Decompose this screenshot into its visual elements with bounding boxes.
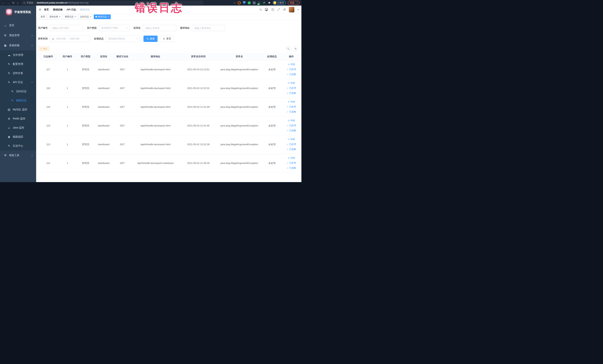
detail-link[interactable]: ⊙ 详细 [284, 118, 299, 123]
menu-item-icon: ✎ [11, 90, 14, 93]
app-logo[interactable]: 芋道管理系统 [0, 6, 36, 19]
check-icon: ✓ [287, 128, 289, 133]
breadcrumb-label[interactable]: 基础设施 [53, 8, 62, 11]
reset-button[interactable]: ↻ 重置 [160, 35, 174, 42]
mark-processed-link[interactable]: ✓ 已处理 [284, 67, 299, 72]
browser-profile-badge[interactable]: 已暂停 [273, 1, 286, 5]
process-status-select[interactable]: 请选择处理状态 ∨ [106, 35, 140, 42]
tag-close-icon[interactable]: × [90, 16, 91, 18]
sidebar-item[interactable]: ☕ Java 监控 [0, 123, 36, 132]
sidebar-item[interactable]: ▤ MySQL 监控 [0, 105, 36, 114]
extension-orange-ring-icon[interactable] [238, 1, 241, 4]
breadcrumb-item[interactable]: 首页 / [44, 8, 53, 11]
mark-processed-link[interactable]: ✓ 已处理 [284, 86, 299, 91]
tag-close-icon[interactable]: × [74, 16, 76, 18]
not-secure-label[interactable]: 不安全 [27, 1, 33, 4]
column-header-label: 用户编号 [62, 55, 72, 58]
user-id-input[interactable] [50, 25, 83, 31]
tag-tab[interactable]: 首页 [39, 14, 47, 19]
sidebar-item[interactable]: ☁ 文件管理 [0, 50, 36, 59]
mark-processed-link[interactable]: ✓ 已处理 [284, 104, 299, 109]
cell-exception-name: java.lang.IllegalArgumentException [218, 97, 261, 116]
extension-grid-icon[interactable] [253, 1, 256, 4]
sidebar-item[interactable]: ✎ API 日志 ∧ [0, 78, 36, 87]
browser-home-icon[interactable]: ⌂ [17, 1, 19, 4]
date-range-picker[interactable]: ▦ 开始日期 - 结束日期 [50, 35, 90, 42]
search-button[interactable]: 搜索 [143, 35, 158, 42]
detail-link[interactable]: ⊙ 详细 [284, 137, 299, 142]
detail-link[interactable]: ⊙ 详细 [284, 99, 299, 104]
app-name-input[interactable] [143, 25, 176, 31]
menu-item-icon: ▤ [7, 108, 11, 111]
fullscreen-icon[interactable]: ⤢ [277, 8, 280, 11]
tag-tab[interactable]: 错误日志 × [94, 14, 111, 19]
sidebar-item[interactable]: ◉ 链路追踪 [0, 132, 36, 141]
extension-blue-gem-icon[interactable] [243, 1, 246, 4]
user-type-select[interactable]: 请选择用户类型 ∨ [99, 25, 130, 31]
export-button[interactable]: ↧ 导出 [38, 46, 49, 51]
mark-ignored-link[interactable]: ✓ 已忽略 [284, 147, 299, 152]
sidebar-item[interactable]: ✎ 错误日志 [0, 96, 36, 105]
sidebar-item[interactable]: ▣ 基础设施 ∧ [0, 40, 36, 50]
mark-ignored-link[interactable]: ✓ 已忽略 [284, 72, 299, 77]
sidebar-toggle-icon[interactable]: ≡ [39, 7, 41, 12]
sidebar-item[interactable]: ✎ 日志中心 [0, 141, 36, 150]
browser-menu-kebab-icon[interactable]: ⋮ [296, 1, 298, 4]
mark-processed-link[interactable]: ✓ 已处理 [284, 142, 299, 147]
mark-processed-link[interactable]: ✓ 已处理 [284, 161, 299, 165]
github-icon[interactable] [265, 8, 268, 11]
sidebar-item[interactable]: ⚙ 系统管理 ∨ [0, 30, 36, 40]
detail-link[interactable]: ⊙ 详细 [284, 81, 299, 86]
toggle-search-button[interactable] [285, 46, 291, 52]
extension-leaf-icon[interactable] [263, 1, 266, 4]
mark-processed-link[interactable]: ✓ 已处理 [284, 123, 299, 128]
search-icon[interactable] [259, 9, 262, 11]
address-bar[interactable]: ⚠ 不安全 | dashboard.yudao.iocoder.cn/infra… [21, 1, 204, 5]
bookmark-star-icon[interactable]: ☆ [233, 1, 236, 4]
sidebar-item[interactable]: ✎ 配置管理 [0, 59, 36, 69]
breadcrumb-separator: / [78, 8, 78, 11]
breadcrumb-item[interactable]: API 日志 / [67, 8, 80, 11]
extension-paw-icon[interactable]: ✱ [268, 1, 271, 4]
extension-on-badge-icon[interactable]: on [258, 1, 261, 4]
logo-rabbit-avatar [6, 9, 12, 15]
mark-ignored-link[interactable]: ✓ 已忽略 [284, 128, 299, 133]
help-icon[interactable]: ? [271, 8, 274, 11]
breadcrumb-label[interactable]: API 日志 [67, 8, 76, 11]
tag-tab[interactable]: 调度日志 × [63, 14, 78, 19]
sidebar-item[interactable]: ↻ 定时任务 [0, 69, 36, 78]
browser-update-button[interactable]: 更新 ⋮ [288, 1, 300, 5]
profile-badge-label: 已暂停 [277, 1, 284, 4]
search-icon [287, 48, 289, 50]
sidebar-item[interactable]: ≣ Redis 监控 [0, 114, 36, 123]
browser-forward-icon[interactable]: → [7, 1, 10, 4]
breadcrumb-label[interactable]: 首页 [44, 8, 49, 11]
cell-request-url: /api/infra/db-doc/export-html [132, 97, 179, 116]
refresh-table-button[interactable]: ↻ [293, 46, 299, 52]
mark-ignored-link[interactable]: ✓ 已忽略 [284, 165, 299, 171]
browser-reload-icon[interactable]: ↻ [12, 1, 15, 4]
request-url-input[interactable] [192, 25, 225, 31]
sidebar-item[interactable]: ⌂ 首页 [0, 20, 36, 30]
breadcrumb-item[interactable]: 基础设施 / [53, 8, 67, 11]
detail-link[interactable]: ⊙ 详细 [284, 156, 299, 161]
extension-green-check-icon[interactable]: ✓ [248, 1, 251, 4]
breadcrumb-item[interactable]: 错误日志 / [80, 8, 90, 11]
font-size-icon[interactable]: TT [283, 8, 286, 11]
tag-close-icon[interactable]: × [108, 16, 109, 18]
avatar-caret-icon[interactable]: ▾ [298, 8, 299, 11]
app-frame: 芋道管理系统 ⌂ 首页 ⚙ 系统管理 ∨ ▣ 基础设施 ∧ [0, 6, 302, 182]
sidebar-item[interactable]: ⚒ 研发工具 ∨ [0, 150, 36, 160]
mark-ignored-link[interactable]: ✓ 已忽略 [284, 109, 299, 114]
tag-close-icon[interactable]: × [59, 16, 60, 18]
tag-tab[interactable]: 访问日志 × [78, 14, 93, 19]
breadcrumb-label[interactable]: 错误日志 [80, 8, 90, 11]
sidebar-item[interactable]: ✎ 访问日志 [0, 87, 36, 96]
user-avatar[interactable] [289, 7, 294, 12]
browser-back-icon[interactable]: ← [2, 1, 5, 4]
menu-item-label: 系统管理 [9, 34, 20, 37]
detail-link[interactable]: ⊙ 详细 [284, 62, 299, 67]
eye-icon: ⊙ [288, 99, 290, 104]
tag-tab[interactable]: 定时任务 × [48, 14, 62, 19]
mark-ignored-link[interactable]: ✓ 已忽略 [284, 91, 299, 96]
